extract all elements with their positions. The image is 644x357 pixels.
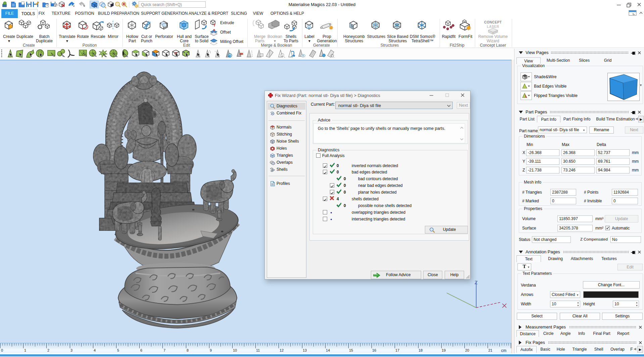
svg-text:A: A xyxy=(308,26,310,29)
svg-text:Z: Z xyxy=(475,279,478,285)
